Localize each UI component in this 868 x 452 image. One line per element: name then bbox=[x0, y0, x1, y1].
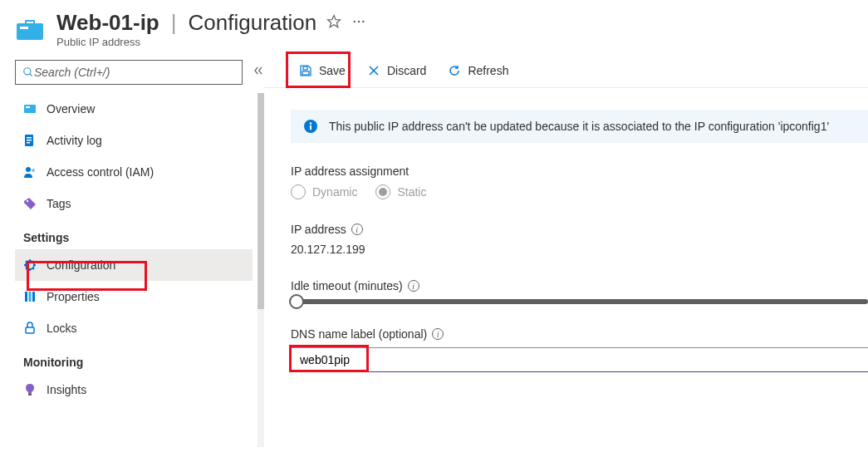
radio-circle-icon bbox=[291, 184, 306, 199]
discard-button[interactable]: Discard bbox=[359, 56, 434, 85]
info-banner-text: This public IP address can't be updated … bbox=[329, 120, 829, 133]
search-input[interactable] bbox=[34, 66, 235, 79]
info-banner: This public IP address can't be updated … bbox=[291, 110, 868, 143]
sidebar-item-label: Configuration bbox=[47, 258, 115, 272]
properties-icon bbox=[23, 290, 37, 303]
dns-name-input-wrap bbox=[291, 347, 868, 372]
sidebar-item-tags[interactable]: Tags bbox=[15, 188, 253, 219]
page-header: Web-01-ip | Configuration Public IP addr… bbox=[0, 0, 868, 53]
idle-timeout-slider[interactable] bbox=[291, 299, 868, 304]
slider-track bbox=[291, 299, 868, 304]
svg-marker-4 bbox=[328, 15, 341, 27]
svg-rect-14 bbox=[27, 140, 32, 141]
radio-static: Static bbox=[375, 184, 426, 199]
svg-rect-24 bbox=[28, 394, 32, 396]
svg-point-7 bbox=[362, 20, 364, 22]
sidebar-item-label: Activity log bbox=[47, 134, 102, 147]
access-control-icon bbox=[23, 165, 37, 179]
locks-icon bbox=[23, 322, 37, 335]
sidebar-item-overview[interactable]: Overview bbox=[15, 93, 253, 125]
sidebar-item-insights[interactable]: Insights bbox=[15, 374, 253, 405]
idle-timeout-label: Idle timeout (minutes) i bbox=[291, 279, 868, 292]
sidebar-item-label: Properties bbox=[47, 290, 100, 303]
resource-type-label: Public IP address bbox=[56, 36, 853, 48]
sidebar-scrollbar[interactable] bbox=[257, 93, 264, 447]
svg-point-16 bbox=[26, 167, 31, 172]
sidebar-item-activity-log[interactable]: Activity log bbox=[15, 125, 253, 156]
refresh-button[interactable]: Refresh bbox=[439, 56, 517, 85]
svg-rect-25 bbox=[303, 66, 307, 70]
svg-rect-15 bbox=[27, 142, 30, 144]
sidebar-nav: Overview Activity log Access control (IA… bbox=[15, 93, 264, 447]
sidebar: Overview Activity log Access control (IA… bbox=[0, 53, 264, 447]
radio-circle-checked-icon bbox=[375, 184, 390, 199]
svg-rect-21 bbox=[29, 292, 32, 302]
page-title: Configuration bbox=[189, 10, 317, 36]
search-icon bbox=[22, 66, 34, 78]
activity-log-icon bbox=[23, 134, 37, 147]
sidebar-item-label: Access control (IAM) bbox=[47, 165, 154, 179]
sidebar-item-configuration[interactable]: Configuration bbox=[15, 249, 253, 281]
toolbar: Save Discard Refresh bbox=[264, 53, 868, 88]
info-tooltip-icon[interactable]: i bbox=[408, 280, 419, 292]
sidebar-item-label: Locks bbox=[47, 322, 77, 335]
title-separator: | bbox=[171, 10, 177, 36]
sidebar-item-locks[interactable]: Locks bbox=[15, 312, 253, 344]
sidebar-item-properties[interactable]: Properties bbox=[15, 281, 253, 312]
input-focus-underline bbox=[291, 371, 868, 372]
svg-rect-11 bbox=[26, 106, 30, 108]
svg-point-17 bbox=[32, 169, 35, 172]
dns-name-input[interactable] bbox=[291, 347, 868, 372]
collapse-sidebar-icon[interactable] bbox=[253, 65, 264, 80]
more-actions-icon[interactable] bbox=[351, 14, 366, 32]
sidebar-scrollbar-thumb[interactable] bbox=[257, 93, 264, 309]
svg-line-9 bbox=[30, 74, 32, 76]
svg-rect-26 bbox=[302, 71, 309, 75]
info-icon bbox=[304, 120, 317, 133]
sidebar-search-box[interactable] bbox=[15, 60, 243, 85]
radio-dynamic-label: Dynamic bbox=[312, 185, 357, 199]
tags-icon bbox=[23, 197, 37, 210]
svg-rect-22 bbox=[32, 292, 35, 302]
svg-rect-13 bbox=[27, 137, 32, 139]
svg-point-30 bbox=[310, 122, 311, 124]
svg-rect-10 bbox=[24, 105, 36, 113]
assignment-radio-group: Dynamic Static bbox=[291, 184, 868, 199]
resource-type-icon bbox=[15, 15, 45, 45]
overview-icon bbox=[23, 102, 37, 115]
slider-thumb[interactable] bbox=[289, 294, 304, 309]
ip-address-label-text: IP address bbox=[291, 223, 346, 236]
svg-rect-0 bbox=[17, 23, 43, 40]
save-button[interactable]: Save bbox=[291, 56, 354, 85]
radio-static-label: Static bbox=[397, 185, 426, 199]
sidebar-item-label: Overview bbox=[47, 102, 95, 115]
sidebar-section-monitoring: Monitoring bbox=[15, 344, 253, 374]
sidebar-item-label: Insights bbox=[47, 383, 86, 396]
sidebar-item-access-control[interactable]: Access control (IAM) bbox=[15, 156, 253, 188]
svg-rect-3 bbox=[27, 22, 33, 23]
dns-name-label-text: DNS name label (optional) bbox=[291, 327, 427, 341]
sidebar-section-settings: Settings bbox=[15, 219, 253, 249]
insights-icon bbox=[23, 383, 37, 396]
sidebar-item-label: Tags bbox=[47, 197, 71, 210]
dns-name-label: DNS name label (optional) i bbox=[291, 327, 868, 341]
svg-rect-23 bbox=[26, 327, 34, 333]
save-icon bbox=[299, 64, 312, 77]
svg-rect-20 bbox=[25, 292, 27, 302]
svg-rect-1 bbox=[20, 27, 28, 29]
ip-address-label: IP address i bbox=[291, 223, 868, 236]
refresh-button-label: Refresh bbox=[468, 64, 508, 77]
main-content: Save Discard Refresh This public IP addr… bbox=[264, 53, 868, 447]
svg-point-6 bbox=[358, 20, 360, 22]
idle-timeout-label-text: Idle timeout (minutes) bbox=[291, 279, 403, 292]
svg-rect-31 bbox=[310, 125, 311, 130]
info-tooltip-icon[interactable]: i bbox=[351, 224, 363, 235]
svg-point-8 bbox=[24, 68, 31, 75]
svg-point-18 bbox=[27, 200, 28, 202]
assignment-label: IP address assignment bbox=[291, 165, 868, 178]
info-tooltip-icon[interactable]: i bbox=[432, 328, 444, 340]
favorite-star-icon[interactable] bbox=[326, 14, 341, 32]
refresh-icon bbox=[448, 64, 461, 77]
ip-address-value: 20.127.12.199 bbox=[291, 243, 868, 256]
resource-name: Web-01-ip bbox=[56, 10, 159, 36]
